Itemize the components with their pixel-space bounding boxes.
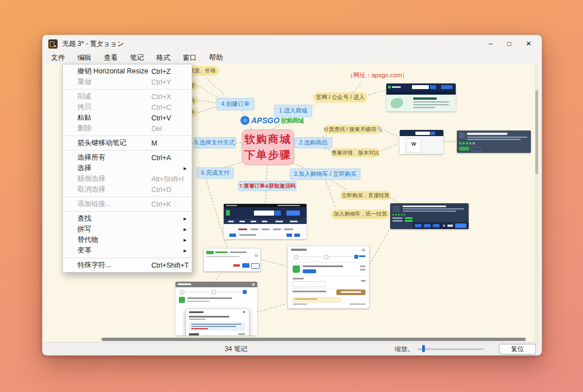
menu-item-transformations[interactable]: 变革▶ <box>63 245 192 256</box>
thumb-orders-page-content <box>224 204 307 239</box>
menu-item-add-link: 添加链接...Ctrl+K <box>63 199 192 209</box>
reset-zoom-button[interactable]: 复位 <box>499 344 536 354</box>
menu-help[interactable]: 帮助 <box>203 52 229 64</box>
step-node-5[interactable]: 5.选择支付方式 <box>193 137 236 148</box>
submenu-arrow-icon: ▶ <box>184 227 187 232</box>
menu-item-special-characters[interactable]: 特殊字符...Ctrl+Shift+T <box>63 260 192 270</box>
menu-item-delete: 删除Del <box>63 123 192 134</box>
submenu-arrow-icon: ▶ <box>184 238 187 242</box>
menu-separator <box>64 150 191 151</box>
zoom-label: 缩放。 <box>395 345 414 353</box>
zoom-slider-track[interactable] <box>418 348 484 350</box>
menu-item-select-all[interactable]: 选择所有Ctrl+A <box>63 152 192 163</box>
menu-item-arrow-move-note[interactable]: 箭头键移动笔记M <box>63 138 192 148</box>
menu-item-copy: 拷贝Ctrl+C <box>63 102 192 113</box>
thumb-order-detail-content <box>288 246 369 308</box>
note-add-cart[interactable]: 加入购物车，统一结算 <box>331 209 390 219</box>
submenu-arrow-icon: ▶ <box>184 166 187 171</box>
thumb-product-panel[interactable] <box>390 203 469 229</box>
thumb-homepage-content <box>386 83 456 111</box>
note-buy-now[interactable]: 立即购买，直接结算 <box>340 191 391 200</box>
menu-item-substitutions[interactable]: 替代物▶ <box>63 235 192 245</box>
thumb-product-panel-content <box>390 203 469 229</box>
minimize-button[interactable]: – <box>489 40 493 47</box>
menu-item-find[interactable]: 查找▶ <box>63 213 192 224</box>
horizontal-scrollbar-thumb[interactable] <box>101 338 526 341</box>
app-icon <box>48 39 58 49</box>
submenu-arrow-icon: ▶ <box>184 249 187 253</box>
menu-item-spelling[interactable]: 拼写▶ <box>63 224 192 235</box>
menu-item-redo: 重做Ctrl+Y <box>63 77 192 87</box>
note-entry-channels[interactable]: 官网 / 公众号 / 进入 <box>313 92 367 102</box>
vertical-scrollbar-thumb[interactable] <box>535 90 538 174</box>
step-node-6[interactable]: 6.完成支付 <box>197 167 234 179</box>
window-title: 无题 3* - 莨攵ョョン <box>62 39 124 49</box>
menu-item-invert-selection: 颠倒选择Alt+Shift+I <box>63 174 192 184</box>
menu-view[interactable]: 查看 <box>98 52 124 64</box>
thumb-search-results-content: W <box>400 130 443 154</box>
zoom-slider-thumb[interactable] <box>422 345 425 352</box>
menu-item-deselect: 取消选择Ctrl+D <box>63 184 192 195</box>
close-button[interactable]: ✕ <box>526 40 531 47</box>
status-bar: 34 笔记 缩放。 复位 <box>43 342 541 354</box>
thumb-product-detail[interactable] <box>457 130 531 153</box>
step-node-3[interactable]: 3.加入购物车 / 立即购买 <box>290 169 360 180</box>
maximize-button[interactable]: □ <box>507 40 511 47</box>
menu-separator <box>64 197 191 197</box>
menu-item-cut: 削减Ctrl+X <box>63 91 192 102</box>
menu-item-undo[interactable]: 撤销 Horizontal ResizeCtrl+Z <box>63 66 192 77</box>
thumb-cart-item[interactable] <box>203 248 261 272</box>
menu-item-select[interactable]: 选择▶ <box>63 163 192 174</box>
title-bar[interactable]: 无题 3* - 莨攵ョョン – □ ✕ <box>43 35 542 52</box>
note-count-label: 34 笔记 <box>43 344 429 354</box>
menu-file[interactable]: 文件 <box>45 52 71 64</box>
thumb-order-detail[interactable] <box>288 246 369 309</box>
thumb-search-results[interactable]: W <box>400 130 443 154</box>
menu-bar: 文件 编辑 查看 笔记 格式 窗口 帮助 <box>45 52 229 63</box>
thumb-payment-modal-content <box>175 282 257 335</box>
thumb-product-detail-content <box>457 130 531 153</box>
edit-menu-dropdown: 撤销 Horizontal ResizeCtrl+Z 重做Ctrl+Y 削减Ct… <box>62 64 192 273</box>
apsgo-logo-icon: ☺ <box>240 116 249 125</box>
thumb-homepage[interactable] <box>386 83 456 111</box>
menu-format[interactable]: 格式 <box>150 52 177 64</box>
step-node-7[interactable]: 7.查看订单&获取激活码 <box>238 181 297 191</box>
magnifier-icon: 🔍 <box>377 127 383 132</box>
menu-window[interactable]: 窗口 <box>177 52 203 64</box>
thumb-cart-item-content <box>204 249 260 271</box>
menu-separator <box>64 136 191 136</box>
step-node-2[interactable]: 2.选购商品 <box>294 137 332 148</box>
menu-item-paste[interactable]: 粘贴Ctrl+V <box>63 113 192 123</box>
menu-note[interactable]: 笔记 <box>124 52 150 64</box>
menu-separator <box>64 89 191 90</box>
note-detail-compare[interactable]: 查看详情、版本对比 <box>331 148 380 157</box>
menu-separator <box>64 211 191 212</box>
thumb-orders-page[interactable] <box>224 204 307 239</box>
submenu-arrow-icon: ▶ <box>184 217 187 221</box>
menu-separator <box>64 258 191 258</box>
step-node-4[interactable]: 4.创建订单 <box>216 98 255 110</box>
menu-edit[interactable]: 编辑 <box>71 52 98 64</box>
apsgo-logo[interactable]: ☺ APSGO 软购商城 <box>240 115 304 126</box>
url-annotation: （网址：apsgo.com） <box>347 71 408 80</box>
note-search-category[interactable]: 分类查找 / 搜索关键词🔍 <box>325 125 382 134</box>
thumb-payment-modal[interactable] <box>175 282 257 335</box>
central-topic-node[interactable]: 软购商城 下单步骤 <box>242 129 294 165</box>
app-window: 无题 3* - 莨攵ョョン – □ ✕ 文件 编辑 查看 笔记 格式 窗口 帮助 <box>42 35 542 356</box>
